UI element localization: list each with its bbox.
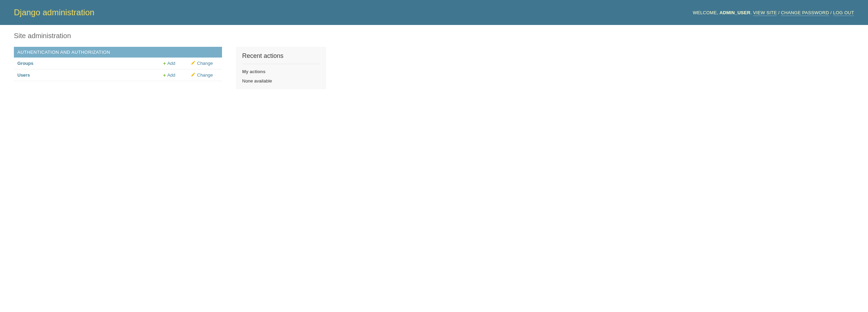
change-label: Change [197,61,213,66]
content-related: Recent actions My actions None available [236,47,326,96]
model-name-cell: Users [14,69,160,81]
plus-icon: + [163,61,166,66]
model-users-link[interactable]: Users [17,72,30,78]
recent-actions-subtitle: My actions [242,69,320,74]
content-main: Authentication and Authorization Groups … [14,47,222,88]
pencil-icon [191,72,196,78]
change-label: Change [197,72,213,78]
model-change-cell: Change [187,58,222,69]
model-row-users: Users + Add [14,69,222,81]
app-module-auth: Authentication and Authorization Groups … [14,47,222,81]
recent-actions-title: Recent actions [242,52,320,64]
recent-actions-empty: None available [242,78,320,84]
model-row-groups: Groups + Add [14,58,222,69]
app-caption: Authentication and Authorization [14,47,222,58]
model-change-cell: Change [187,69,222,81]
user-tools: WELCOME, ADMIN_USER. VIEW SITE / CHANGE … [693,10,854,15]
recent-actions-module: Recent actions My actions None available [236,47,326,89]
branding: Django administration [14,8,94,17]
header: Django administration WELCOME, ADMIN_USE… [0,0,868,25]
add-label: Add [167,61,175,66]
username: ADMIN_USER [720,10,750,15]
add-users-link[interactable]: + Add [163,72,175,78]
add-groups-link[interactable]: + Add [163,61,175,66]
separator-period: . [750,10,753,15]
view-site-link[interactable]: VIEW SITE [753,10,777,16]
model-groups-link[interactable]: Groups [17,61,33,66]
welcome-label: WELCOME, [693,10,718,15]
site-title-link[interactable]: Django administration [14,8,94,17]
model-add-cell: + Add [160,69,187,81]
change-users-link[interactable]: Change [191,72,213,78]
logout-link[interactable]: LOG OUT [833,10,854,16]
app-table: Authentication and Authorization Groups … [14,47,222,81]
model-name-cell: Groups [14,58,160,69]
model-add-cell: + Add [160,58,187,69]
content: Site administration Authentication and A… [0,25,868,54]
separator: / [829,10,833,15]
site-title: Django administration [14,8,94,17]
add-label: Add [167,72,175,78]
change-password-link[interactable]: CHANGE PASSWORD [781,10,829,16]
page-title: Site administration [14,32,854,40]
pencil-icon [191,60,196,66]
plus-icon: + [163,72,166,78]
change-groups-link[interactable]: Change [191,60,213,66]
app-caption-link[interactable]: Authentication and Authorization [17,50,110,55]
separator: / [777,10,781,15]
